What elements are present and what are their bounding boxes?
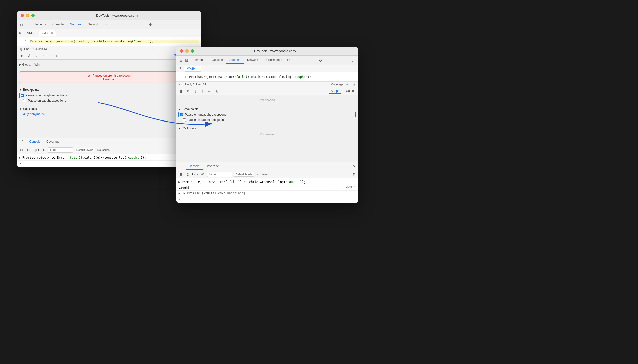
file-tab-vm30[interactable]: VM30: [25, 30, 38, 36]
console-line-w2-3: ◀ ▶ Promise {<fulfilled>: undefined}: [176, 191, 358, 196]
scope-tab-2[interactable]: Scope: [329, 89, 341, 94]
sidebar-toggle-icon-2[interactable]: ⊟: [178, 58, 184, 63]
pause-uncaught-checkbox-2[interactable]: [180, 113, 183, 116]
file-tab-vm29[interactable]: VM29 ✕: [184, 66, 201, 72]
tab-network-2[interactable]: Network: [244, 57, 261, 64]
status-bar-2: {} Line 1, Column 54 Coverage: n/a ⊡: [176, 82, 358, 87]
console-eye-icon-1[interactable]: 👁: [41, 147, 46, 153]
status-bar-1: {} Line 1, Column 13 Coverage: n/a: [17, 46, 201, 52]
pause-btn-2[interactable]: ⏸: [178, 88, 184, 94]
sidebar-toggle-icon-1[interactable]: ⊟: [19, 22, 24, 27]
tab-sources-2[interactable]: Sources: [226, 57, 244, 64]
default-levels-2[interactable]: Default levels: [234, 172, 254, 177]
tab-network-1[interactable]: Network: [85, 21, 102, 28]
step-into-btn-2[interactable]: ↓: [193, 88, 198, 94]
call-stack-item-1[interactable]: ◆ (anonymous) VM39:1: [19, 112, 199, 117]
breakpoints-section-1: ▼ Breakpoints Pause on uncaught exceptio…: [17, 85, 201, 105]
bottom-dots-icon-2[interactable]: ⋮: [178, 163, 186, 170]
top-context-2[interactable]: top ▾: [192, 173, 199, 176]
pause-caught-checkbox-2[interactable]: [183, 118, 186, 122]
call-stack-header-1[interactable]: ▼ Call Stack: [19, 106, 199, 112]
console-clear-icon-2[interactable]: ⊘: [185, 172, 191, 177]
scope-content-1: ▶ Global Win: [17, 60, 201, 69]
console-gear-icon-2[interactable]: ⚙: [353, 172, 356, 176]
step-btn-2[interactable]: →: [207, 88, 212, 94]
expand-icon-2[interactable]: ⊡: [353, 83, 355, 86]
more-options-icon-2[interactable]: ⋮: [349, 57, 356, 63]
tab-console-1[interactable]: Console: [49, 21, 67, 28]
breakpoints-header-2[interactable]: ▼ Breakpoints: [178, 106, 356, 112]
breakpoints-header-1[interactable]: ▼ Breakpoints: [19, 87, 199, 93]
console-sidebar-icon-1[interactable]: ⊟: [19, 147, 24, 153]
pause-uncaught-item-1: Pause on uncaught exceptions: [19, 93, 199, 98]
left-panel-2: {} Line 1, Column 54 Coverage: n/a ⊡ ⏸ ↺…: [176, 82, 358, 162]
top-label-1: top: [33, 148, 37, 152]
step-out-btn-1[interactable]: ↑: [40, 53, 46, 58]
call-stack-label-1: Call Stack: [23, 107, 37, 111]
top-context-1[interactable]: top ▾: [33, 148, 39, 152]
tab-more-2[interactable]: >>: [286, 57, 292, 63]
tab-elements-1[interactable]: Elements: [30, 21, 49, 28]
inspect-icon-2[interactable]: ⊡: [184, 58, 189, 63]
tab-console-2[interactable]: Console: [209, 57, 226, 64]
minimize-button-1[interactable]: [26, 14, 29, 17]
coverage-tab-1[interactable]: Coverage: [43, 138, 63, 145]
call-stack-section-1: ▼ Call Stack ◆ (anonymous) VM39:1: [17, 105, 201, 118]
format-icon-1[interactable]: {}: [20, 47, 22, 51]
pause-caught-checkbox-1[interactable]: [23, 99, 26, 102]
pause-caught-item-1: Pause on caught exceptions: [19, 98, 199, 103]
close-button-2[interactable]: [180, 49, 183, 53]
maximize-button-2[interactable]: [191, 49, 194, 53]
step-btn-1[interactable]: →: [47, 53, 53, 58]
minimize-button-2[interactable]: [185, 49, 189, 53]
format-icon-2[interactable]: {}: [179, 83, 181, 86]
paused-subtitle-1: Error: fail: [103, 78, 115, 81]
pause-caught-label-2: Pause on caught exceptions: [187, 118, 225, 122]
close-button-1[interactable]: [21, 14, 24, 17]
console-sidebar-icon-2[interactable]: ⊟: [178, 172, 184, 177]
tab-performance-2[interactable]: Performance: [262, 57, 285, 64]
call-stack-triangle-1: ▼: [19, 108, 22, 110]
code-editor-1: 1 Promise.reject(new Error('fail')).catc…: [17, 37, 201, 46]
file-sidebar-icon-1[interactable]: ⊟: [19, 31, 24, 35]
tab-elements-2[interactable]: Elements: [190, 57, 208, 64]
tab-sources-1[interactable]: Sources: [67, 21, 84, 28]
console-clear-icon-1[interactable]: ⊘: [26, 147, 31, 153]
breakpoints-section-2: ▼ Breakpoints Pause on uncaught exceptio…: [176, 105, 358, 124]
step-over-btn-2[interactable]: ↺: [186, 88, 191, 94]
watch-tab-2[interactable]: Watch: [343, 89, 356, 94]
call-stack-header-2[interactable]: ▼ Call Stack: [178, 126, 356, 131]
console-tab-2[interactable]: Console: [186, 163, 203, 170]
filter-input-2[interactable]: [207, 172, 232, 177]
step-over-btn-1[interactable]: ↺: [26, 53, 32, 58]
bottom-dots-icon-1[interactable]: ⋮: [19, 138, 26, 145]
pause-uncaught-checkbox-1[interactable]: [21, 94, 24, 97]
maximize-button-1[interactable]: [31, 14, 35, 17]
more-options-icon-1[interactable]: ⋮: [193, 22, 199, 28]
deactivate-btn-1[interactable]: ⦸: [54, 53, 60, 58]
close-console-icon-2[interactable]: ✕: [353, 164, 356, 168]
resume-btn-1[interactable]: ▶: [19, 53, 25, 58]
console-loc-w2-2[interactable]: VM29:1: [346, 186, 356, 189]
close-tab-vm39[interactable]: ✕: [50, 31, 53, 35]
console-output-1: ▶ Promise.reject(new Error('fail')).catc…: [17, 154, 201, 167]
deactivate-btn-2[interactable]: ⦸: [214, 88, 219, 94]
step-out-btn-2[interactable]: ↑: [200, 88, 205, 94]
settings-icon-1[interactable]: ⚙: [147, 22, 154, 28]
console-eye-icon-2[interactable]: 👁: [200, 172, 206, 177]
inspect-icon-1[interactable]: ⊡: [25, 22, 30, 27]
default-levels-1[interactable]: Default levels: [75, 148, 95, 152]
close-tab-vm29[interactable]: ✕: [196, 67, 199, 70]
filter-input-1[interactable]: [48, 147, 73, 153]
tab-more-1[interactable]: >>: [102, 22, 109, 27]
console-tab-1[interactable]: Console: [26, 138, 43, 145]
file-sidebar-icon-2[interactable]: ⊟: [178, 66, 183, 71]
coverage-tab-2[interactable]: Coverage: [203, 163, 222, 170]
file-tab-vm39[interactable]: VM39 ✕: [39, 30, 56, 36]
console-line-w2-2: caught VM29:1: [176, 185, 358, 191]
file-tab-vm30-label: VM30: [27, 31, 35, 35]
call-stack-func-1: (anonymous): [27, 112, 45, 116]
settings-icon-2[interactable]: ⚙: [317, 57, 324, 63]
code-line-1: 1 Promise.reject(new Error('fail')).catc…: [17, 39, 201, 44]
step-into-btn-1[interactable]: ↓: [33, 53, 39, 58]
